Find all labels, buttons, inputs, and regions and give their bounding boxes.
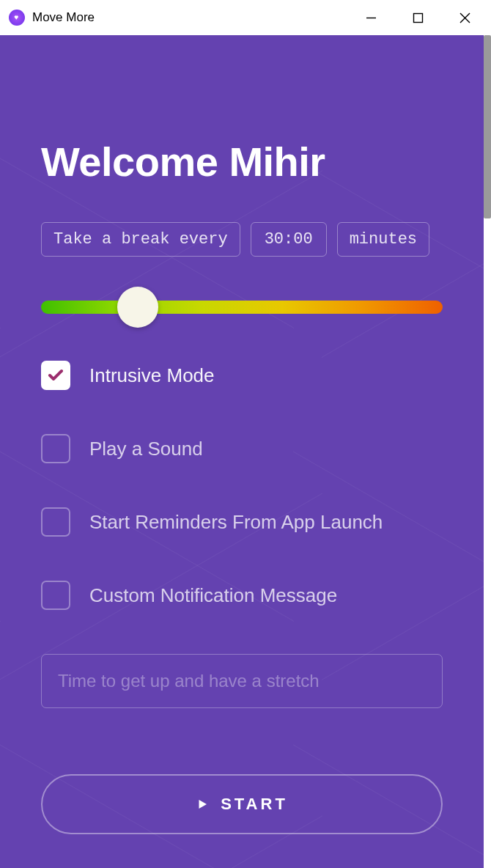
slider-track	[41, 301, 443, 314]
option-reminders-launch: Start Reminders From App Launch	[41, 507, 443, 537]
window-title: Move More	[32, 10, 95, 25]
option-label: Custom Notification Message	[89, 584, 337, 607]
option-intrusive-mode: Intrusive Mode	[41, 361, 443, 390]
checkbox-reminders-launch[interactable]	[41, 507, 70, 537]
window-titlebar: Move More	[0, 0, 491, 35]
break-suffix-chip: minutes	[337, 222, 429, 257]
checkbox-custom-message[interactable]	[41, 581, 70, 610]
checkbox-play-sound[interactable]	[41, 434, 70, 463]
option-label: Start Reminders From App Launch	[89, 511, 383, 534]
page-title: Welcome Mihir	[41, 138, 443, 185]
maximize-button[interactable]	[394, 0, 441, 35]
option-custom-message: Custom Notification Message	[41, 581, 443, 610]
option-label: Intrusive Mode	[89, 364, 215, 387]
option-label: Play a Sound	[89, 438, 203, 460]
start-button[interactable]: START	[41, 774, 443, 834]
scrollbar[interactable]	[484, 35, 491, 218]
app-icon	[9, 10, 25, 26]
checkbox-intrusive-mode[interactable]	[41, 361, 70, 390]
option-play-sound: Play a Sound	[41, 434, 443, 463]
break-time-input[interactable]: 30:00	[251, 222, 327, 257]
custom-message-input[interactable]	[41, 654, 443, 708]
minimize-button[interactable]	[347, 0, 394, 35]
svg-rect-1	[413, 13, 422, 22]
main-panel: Welcome Mihir Take a break every 30:00 m…	[0, 35, 484, 868]
play-icon	[196, 798, 209, 811]
slider-thumb[interactable]	[117, 287, 158, 328]
close-button[interactable]	[441, 0, 488, 35]
interval-slider[interactable]	[41, 301, 443, 314]
checkmark-icon	[47, 367, 64, 384]
break-interval-row: Take a break every 30:00 minutes	[41, 222, 443, 257]
start-button-label: START	[221, 795, 288, 814]
break-prefix-chip: Take a break every	[41, 222, 240, 257]
